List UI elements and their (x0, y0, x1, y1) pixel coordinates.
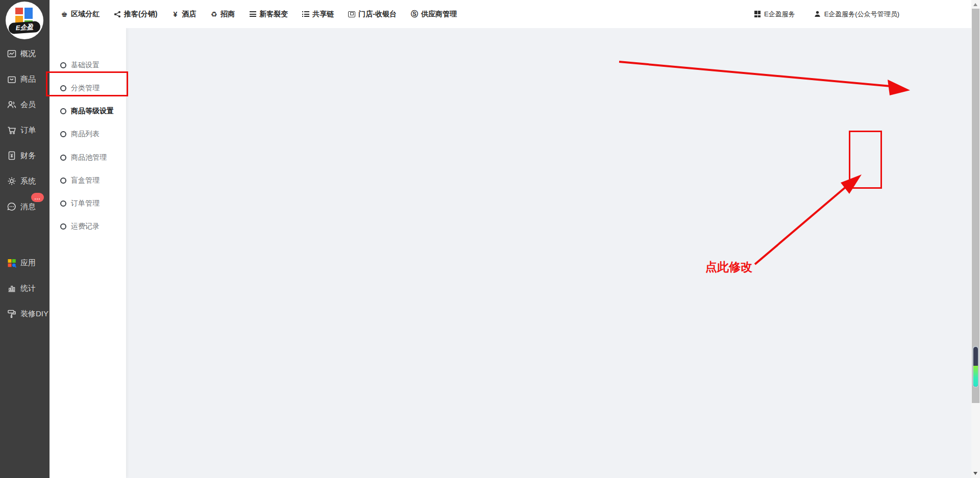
scrollbar-thumb[interactable] (972, 9, 979, 403)
service-menu[interactable]: E企盈服务 (754, 10, 795, 19)
circle-icon (60, 223, 66, 230)
yen-icon: ¥ (171, 10, 179, 18)
recycle-icon: ♻ (210, 10, 218, 18)
members-icon (7, 99, 17, 110)
circle-icon (60, 200, 66, 207)
submenu-item-category-management[interactable]: 分类管理 (50, 81, 126, 96)
sidebar-item-orders[interactable]: 订单 (0, 123, 50, 137)
scroll-down-arrow-icon[interactable] (973, 472, 977, 475)
grid-icon (754, 11, 761, 17)
chess-icon: ♚ (60, 10, 68, 18)
nav-item-tuike-distribution[interactable]: 推客(分销) (113, 10, 157, 19)
messages-chat-icon (7, 202, 17, 212)
sidebar-item-finance[interactable]: 财务 (0, 149, 50, 162)
secondary-sidebar: 基础设置 分类管理 商品等级设置 商品列表 商品池管理 盲盒管理 订单管理 运费… (50, 28, 126, 478)
share-icon (113, 10, 121, 18)
nav-item-new-customer-fission[interactable]: 新客裂变 (249, 10, 288, 19)
circle-icon (60, 155, 66, 161)
brand-logo[interactable]: E企盈 (6, 2, 43, 39)
sidebar-item-messages[interactable]: 消息 (0, 200, 50, 213)
window-scrollbar[interactable] (971, 0, 980, 478)
circle-icon (60, 62, 66, 68)
submenu-item-order-management[interactable]: 订单管理 (50, 196, 126, 211)
submenu-item-goods-list[interactable]: 商品列表 (50, 127, 126, 142)
nav-item-hotel[interactable]: ¥ 酒店 (171, 10, 196, 19)
submenu-item-goods-level-settings[interactable]: 商品等级设置 (50, 104, 126, 119)
nav-item-investment[interactable]: ♻ 招商 (210, 10, 235, 19)
account-menu[interactable]: E企盈服务(公众号管理员) (814, 10, 899, 19)
nav-item-supplier-management[interactable]: Ⓢ 供应商管理 (410, 10, 457, 19)
statistics-bars-icon (7, 283, 17, 293)
apps-grid-icon (7, 258, 17, 268)
scroll-progress-indicator (972, 346, 979, 388)
sidebar-item-statistics[interactable]: 统计 (0, 282, 50, 295)
sidebar-item-apps[interactable]: 应用 (0, 256, 50, 269)
cash-register-icon (348, 10, 356, 18)
finance-icon (7, 150, 17, 161)
scroll-up-arrow-icon[interactable] (973, 3, 977, 6)
circle-icon (60, 85, 66, 91)
circle-icon (60, 108, 66, 114)
sidebar-item-goods[interactable]: 商品 (0, 72, 50, 86)
sidebar-item-system[interactable]: 系统 (0, 174, 50, 188)
list-icon (302, 10, 310, 18)
logo-wordmark: E企盈 (8, 21, 40, 34)
submenu-item-blind-box-management[interactable]: 盲盒管理 (50, 173, 126, 188)
nav-item-store-cashier[interactable]: 门店-收银台 (348, 10, 397, 19)
sidebar-item-overview[interactable]: 概况 (0, 47, 50, 60)
topbar-right-group: E企盈服务 E企盈服务(公众号管理员) (754, 10, 899, 19)
messages-badge: ... (31, 193, 44, 202)
system-gear-icon (7, 176, 17, 186)
supplier-s-icon: Ⓢ (410, 10, 419, 18)
sidebar-item-decorate-diy[interactable]: 装修DIY (0, 307, 50, 320)
nav-item-region-dividend[interactable]: ♚ 区域分红 (60, 10, 100, 19)
top-navbar: ♚ 区域分红 推客(分销) ¥ 酒店 ♻ 招商 新客裂变 共享链 门店-收银台 … (50, 0, 980, 28)
main-content (126, 28, 980, 478)
top-nav-menu: ♚ 区域分红 推客(分销) ¥ 酒店 ♻ 招商 新客裂变 共享链 门店-收银台 … (60, 10, 457, 19)
circle-icon (60, 131, 66, 137)
paint-roller-icon (7, 309, 17, 319)
user-icon (814, 10, 821, 18)
nav-item-share-chain[interactable]: 共享链 (302, 10, 334, 19)
submenu-item-freight-records[interactable]: 运费记录 (50, 219, 126, 234)
orders-cart-icon (7, 125, 17, 135)
submenu-item-basic-settings[interactable]: 基础设置 (50, 58, 126, 73)
submenu-item-goods-pool-management[interactable]: 商品池管理 (50, 150, 126, 165)
goods-bag-icon (7, 74, 17, 84)
overview-chart-icon (7, 48, 17, 59)
sidebar-item-members[interactable]: 会员 (0, 98, 50, 111)
circle-icon (60, 178, 66, 184)
three-lines-icon (249, 10, 257, 18)
primary-sidebar: E企盈 概况 商品 会员 订单 财务 系统 消息 ... 应用 统计 装修DIY (0, 0, 50, 478)
